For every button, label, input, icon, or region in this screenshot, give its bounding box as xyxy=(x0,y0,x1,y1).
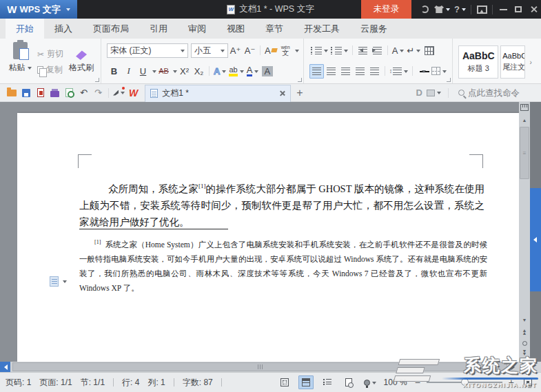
line-break-button[interactable]: ↵ xyxy=(405,43,422,58)
italic-button[interactable]: I xyxy=(121,64,136,79)
dialog-launcher-icon[interactable] xyxy=(95,78,99,82)
scroll-up-button[interactable]: ▲ xyxy=(519,114,530,125)
new-tab-button[interactable]: + xyxy=(296,87,303,99)
font-name-select[interactable]: 宋体 (正文) xyxy=(107,43,188,58)
horizontal-scroll-thumb[interactable] xyxy=(12,362,507,371)
styles-scroll-arrow[interactable]: › xyxy=(527,45,534,79)
wps-cloud-icon[interactable] xyxy=(417,0,432,19)
footnote-text[interactable]: [1]系统之家（Home System）广义上包含了电脑系统安装和手机系统安装，… xyxy=(79,235,487,296)
phonetic-guide-button[interactable]: wén 文 xyxy=(278,43,293,58)
line-spacing-button[interactable]: ↕ xyxy=(388,64,410,79)
app-menu-button[interactable]: W WPS 文字 xyxy=(0,0,77,19)
char-shading-button[interactable]: A xyxy=(260,64,274,79)
document-page[interactable]: 众所周知，系统之家[1]的操作系统大部分都属于 GHOST 版本的镜像，这种系统… xyxy=(17,113,519,362)
command-search[interactable] xyxy=(458,88,537,98)
footnote-reference[interactable]: [1] xyxy=(198,183,206,189)
login-button[interactable]: 未登录 xyxy=(361,0,412,19)
close-tab-icon[interactable] xyxy=(279,90,285,96)
increase-indent-button[interactable] xyxy=(370,43,385,58)
borders-button[interactable] xyxy=(430,64,448,79)
underline-button[interactable]: U xyxy=(136,64,150,79)
bold-button[interactable]: B xyxy=(107,64,121,79)
strikethrough-button[interactable]: AB xyxy=(156,64,171,79)
export-pdf-button[interactable] xyxy=(33,85,48,101)
next-page-button[interactable]: ▼▼ xyxy=(519,347,530,358)
zoom-slider[interactable] xyxy=(427,382,502,383)
cut-button[interactable]: ✂ 剪切 xyxy=(37,48,63,60)
search-input[interactable] xyxy=(468,88,537,98)
decrease-indent-button[interactable] xyxy=(356,43,370,58)
numbered-list-button[interactable] xyxy=(329,43,349,58)
web-layout-button[interactable] xyxy=(341,375,356,389)
undo-button[interactable]: ↶ xyxy=(76,85,91,101)
minimize-button[interactable] xyxy=(496,0,511,19)
save-button[interactable] xyxy=(19,85,33,101)
character-scale-button[interactable]: A xyxy=(391,43,406,58)
help-icon[interactable]: ? xyxy=(452,0,468,19)
panel-toggle-button[interactable] xyxy=(427,85,441,101)
dialog-launcher-icon[interactable] xyxy=(298,78,302,82)
task-pane-handle[interactable] xyxy=(530,188,541,291)
scroll-left-button[interactable] xyxy=(0,362,10,372)
tab-dev-tools[interactable]: 开发工具 xyxy=(294,19,350,39)
tab-home[interactable]: 开始 xyxy=(6,19,44,39)
justify-button[interactable] xyxy=(353,64,367,79)
subscript-button[interactable]: X₂ xyxy=(192,64,206,79)
eye-protection-button[interactable] xyxy=(363,375,378,389)
maximize-button[interactable] xyxy=(511,0,526,19)
print-preview-button[interactable] xyxy=(62,85,76,101)
full-screen-button[interactable] xyxy=(277,375,292,389)
zoom-in-button[interactable]: + xyxy=(509,378,514,387)
format-painter-button[interactable]: 格式刷 xyxy=(66,42,96,82)
insert-table-button[interactable] xyxy=(422,43,436,58)
style-endnote-text[interactable]: AaBbC 尾注文 xyxy=(500,45,525,79)
zoom-out-button[interactable]: − xyxy=(415,378,420,387)
tab-references[interactable]: 引用 xyxy=(139,19,178,39)
skin-center-icon[interactable] xyxy=(432,0,452,19)
open-button[interactable] xyxy=(4,85,19,101)
style-heading-3[interactable]: AaBbC 标题 3 xyxy=(458,45,498,79)
customize-toolbar-button[interactable] xyxy=(112,85,126,101)
shading-button[interactable] xyxy=(416,64,430,79)
word-count-status[interactable]: 字数: 87 xyxy=(183,377,213,389)
shrink-font-button[interactable]: A⁻ xyxy=(243,43,257,58)
highlight-color-button[interactable]: ab xyxy=(227,64,245,79)
redo-button[interactable]: ↷ xyxy=(91,85,105,101)
paste-options-button[interactable] xyxy=(50,276,67,287)
tab-view[interactable]: 视图 xyxy=(216,19,255,39)
outline-view-button[interactable] xyxy=(320,375,335,389)
print-button[interactable] xyxy=(48,85,62,101)
clear-format-button[interactable]: A xyxy=(263,43,278,58)
body-paragraph[interactable]: 众所周知，系统之家[1]的操作系统大部分都属于 GHOST 版本的镜像，这种系统… xyxy=(79,178,484,230)
zoom-slider-knob[interactable] xyxy=(461,378,469,386)
align-center-button[interactable] xyxy=(324,64,338,79)
zoom-level[interactable]: 100 % xyxy=(384,378,407,387)
horizontal-scrollbar[interactable] xyxy=(0,362,519,372)
text-effects-button[interactable]: A xyxy=(212,64,227,79)
grow-font-button[interactable]: A⁺ xyxy=(228,43,243,58)
chevron-down-icon[interactable] xyxy=(295,50,299,54)
font-size-select[interactable]: 小五 xyxy=(191,43,228,58)
font-color-button[interactable]: A xyxy=(245,64,261,79)
dialog-launcher-icon[interactable] xyxy=(447,78,451,82)
align-left-button[interactable] xyxy=(309,64,324,79)
tab-page-layout[interactable]: 页面布局 xyxy=(83,19,139,39)
distribute-button[interactable] xyxy=(367,64,382,79)
close-button[interactable] xyxy=(526,0,541,19)
vertical-scrollbar[interactable]: ▲ ≡ ▼ ▲▲ ▼▼ xyxy=(519,102,530,362)
document-tab[interactable]: 文档1 * xyxy=(145,85,291,102)
tab-cloud-service[interactable]: 云服务 xyxy=(350,19,398,39)
print-layout-button[interactable] xyxy=(298,375,314,389)
copy-button[interactable]: 复制 xyxy=(37,64,63,76)
docer-icon[interactable]: D xyxy=(416,87,422,98)
align-right-button[interactable] xyxy=(338,64,353,79)
paste-button[interactable]: 粘贴 xyxy=(6,42,34,82)
float-window-icon[interactable] xyxy=(474,0,489,19)
superscript-button[interactable]: X² xyxy=(177,64,192,79)
ruler-toggle-icon[interactable] xyxy=(520,104,529,111)
tab-insert[interactable]: 插入 xyxy=(44,19,83,39)
scroll-down-button[interactable]: ▼ xyxy=(519,314,530,325)
tab-review[interactable]: 审阅 xyxy=(178,19,216,39)
vertical-scroll-thumb[interactable]: ≡ xyxy=(520,127,529,179)
fit-page-button[interactable] xyxy=(520,375,535,389)
